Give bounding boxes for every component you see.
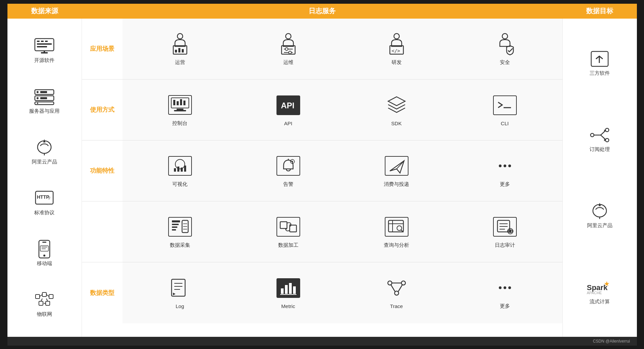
yunwei-icon [275,32,302,56]
sidebar-label-server: 服务器与应用 [29,108,60,114]
svg-rect-1 [37,41,40,42]
section-items-application: 运营 [123,19,562,79]
svg-rect-74 [172,220,180,222]
item-cli: CLI [485,93,525,126]
svg-rect-57 [174,110,186,111]
svg-point-36 [177,34,183,39]
process-icon [275,215,302,239]
main-container: 数据来源 日志服务 数据目标 [7,4,637,346]
sidebar-label-spark: 流式计算 [590,299,610,305]
svg-text:API: API [281,101,294,110]
svg-rect-52 [173,100,175,105]
item-process: 数据加工 [268,215,309,248]
sidebar-item-mobile: 移动端 [34,241,55,267]
svg-rect-63 [181,168,183,172]
svg-point-21 [43,255,45,257]
svg-rect-102 [289,283,292,294]
sidebar-label-protocol: 标准协议 [34,210,54,216]
item-more2: 更多 [485,276,525,309]
svg-rect-29 [39,301,43,305]
svg-line-34 [46,299,48,301]
iot-icon [34,291,55,308]
svg-rect-5 [37,46,47,47]
mobile-icon [34,241,55,258]
svg-point-105 [388,281,392,285]
footer: CSDN @AllenIverrui [7,337,637,346]
label-yanfa: 研发 [392,59,402,66]
sdk-icon [383,93,410,117]
sidebar-label-mobile: 移动端 [37,260,52,267]
svg-line-32 [46,295,49,297]
header-row: 数据来源 日志服务 数据目标 [7,4,637,19]
yanfa-icon: </> [383,32,410,56]
svg-rect-26 [36,295,40,299]
svg-rect-75 [172,224,179,225]
sidebar-item-opensource: 开源软件 [34,38,55,64]
svg-rect-23 [40,246,48,251]
api-icon: API [275,93,302,117]
audit-icon [491,215,518,239]
svg-text:APACHE: APACHE [587,291,602,295]
sidebar-left: 开源软件 服务器与应用 [7,19,82,337]
label-yunying: 运营 [175,59,185,66]
svg-rect-3 [45,41,48,42]
svg-rect-64 [184,166,186,172]
section-row-datatype: 数据类型 ▶ L [82,262,562,323]
svg-line-109 [391,285,395,291]
svg-point-47 [394,34,399,39]
item-visual: 可视化 [160,154,200,188]
svg-point-60 [175,159,185,169]
aliyun-product-icon [34,139,55,156]
protocol-icon: HTTP // [34,190,55,207]
label-console: 控制台 [172,120,187,127]
sidebar-item-spark: Spark ★ APACHE 流式计算 [589,279,610,305]
svg-rect-61 [174,168,176,172]
label-audit: 日志审计 [495,242,515,248]
label-api: API [284,121,292,126]
sidebar-label-subscribe: 订阅处理 [590,146,610,153]
item-anquan: 安全 [485,32,525,66]
section-label-features: 功能特性 [82,140,123,201]
svg-rect-6 [41,52,48,53]
svg-rect-22 [42,242,46,243]
section-items-usage: 控制台 API API [123,80,562,140]
section-row-features2: 数据采集 [82,201,562,262]
section-items-features2: 数据采集 [123,201,562,262]
svg-text:HTTP: HTTP [37,194,49,200]
watermark: CSDN @AllenIverrui [593,339,630,344]
label-process: 数据加工 [278,242,298,248]
log-icon: ▶ [166,276,194,300]
sidebar-label-third: 三方软件 [590,70,610,77]
svg-point-67 [292,161,293,162]
sidebar-label-iot: 物联网 [37,311,52,318]
svg-rect-103 [293,286,296,294]
third-party-icon [589,50,610,67]
svg-rect-27 [42,292,46,297]
svg-rect-38 [175,50,177,52]
aliyun-right-icon [589,203,610,220]
sidebar-label-opensource: 开源软件 [34,57,54,64]
label-more1: 更多 [500,181,510,188]
console-icon [166,93,194,117]
alarm-icon [275,154,302,178]
anquan-icon [491,32,518,56]
item-query: 查询与分析 [376,215,417,248]
sidebar-right: 三方软件 [562,19,637,337]
svg-rect-77 [172,229,176,231]
label-log: Log [176,303,184,309]
svg-line-118 [601,135,605,139]
more2-icon [491,276,518,300]
section-items-datatype: ▶ Log [123,262,562,323]
svg-rect-53 [177,101,179,105]
svg-text:▶: ▶ [173,292,176,296]
svg-text:</>: </> [392,48,400,53]
section-items-features1: 可视化 [123,140,562,201]
label-sdk: SDK [391,121,402,126]
item-log: ▶ Log [160,276,200,309]
label-trace: Trace [390,303,403,309]
svg-point-9 [37,91,39,93]
section-label-usage: 使用方式 [82,80,123,140]
item-collect: 数据采集 [160,215,200,248]
sidebar-item-protocol: HTTP // 标准协议 [34,190,55,216]
svg-line-31 [40,295,42,297]
